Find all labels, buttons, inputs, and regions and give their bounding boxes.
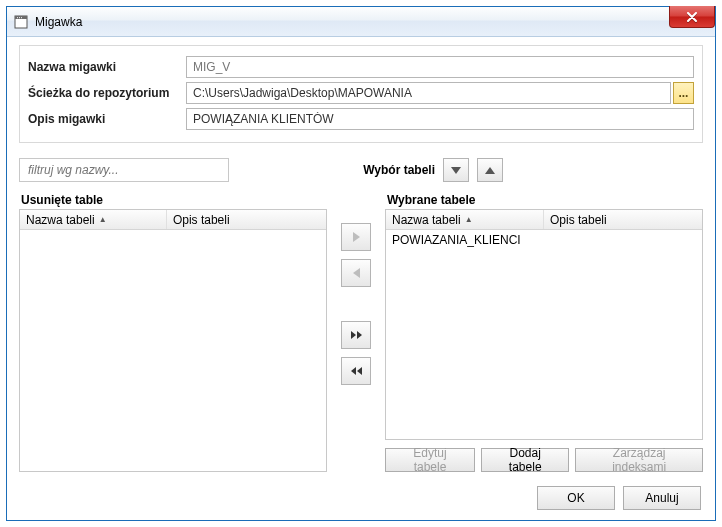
title-bar: Migawka	[7, 7, 715, 37]
selected-tables-grid[interactable]: Nazwa tabeli ▲ Opis tabeli POWIAZANIA_KL…	[385, 209, 703, 440]
add-all-button[interactable]	[341, 321, 371, 349]
remove-one-button[interactable]	[341, 259, 371, 287]
selected-tables-body: POWIAZANIA_KLIENCI	[386, 230, 702, 439]
cancel-button[interactable]: Anuluj	[623, 486, 701, 510]
close-icon	[686, 12, 698, 22]
sort-asc-icon: ▲	[99, 215, 107, 224]
dialog-window: Migawka Nazwa migawki Ścieżka do repozyt…	[6, 6, 716, 521]
table-row[interactable]: POWIAZANIA_KLIENCI	[386, 230, 702, 250]
app-icon	[13, 14, 29, 30]
chevron-up-icon	[485, 167, 495, 174]
snapshot-name-input[interactable]	[186, 56, 694, 78]
selected-col-desc[interactable]: Opis tabeli	[544, 210, 702, 229]
tables-area: Usunięte table Nazwa tabeli ▲ Opis tabel…	[19, 189, 703, 472]
removed-tables-grid[interactable]: Nazwa tabeli ▲ Opis tabeli	[19, 209, 327, 472]
grid-actions: Edytuj tabele Dodaj tabele Zarządzaj ind…	[385, 448, 703, 472]
cell-name: POWIAZANIA_KLIENCI	[386, 231, 544, 249]
window-title: Migawka	[35, 15, 82, 29]
filter-input[interactable]	[19, 158, 229, 182]
chevron-down-icon	[451, 167, 461, 174]
removed-tables-header: Nazwa tabeli ▲ Opis tabeli	[20, 210, 326, 230]
manage-indexes-button[interactable]: Zarządzaj indeksami	[575, 448, 703, 472]
add-tables-button[interactable]: Dodaj tabele	[481, 448, 569, 472]
selected-tables-header: Nazwa tabeli ▲ Opis tabeli	[386, 210, 702, 230]
removed-tables-body	[20, 230, 326, 471]
snapshot-desc-label: Opis migawki	[28, 112, 186, 126]
move-up-button[interactable]	[477, 158, 503, 182]
cell-desc	[544, 238, 702, 242]
selected-col-name[interactable]: Nazwa tabeli ▲	[386, 210, 544, 229]
shuttle-controls	[327, 189, 385, 472]
snapshot-desc-input[interactable]	[186, 108, 694, 130]
remove-all-button[interactable]	[341, 357, 371, 385]
removed-tables-caption: Usunięte table	[21, 193, 327, 207]
removed-col-name[interactable]: Nazwa tabeli ▲	[20, 210, 167, 229]
repo-path-input[interactable]	[186, 82, 671, 104]
filter-row: Wybór tabeli	[19, 157, 703, 183]
dialog-buttons: OK Anuluj	[19, 486, 703, 510]
double-chevron-left-icon	[351, 367, 362, 375]
chevron-left-icon	[353, 268, 360, 278]
svg-rect-4	[21, 17, 22, 18]
move-down-button[interactable]	[443, 158, 469, 182]
double-chevron-right-icon	[351, 331, 362, 339]
chevron-right-icon	[353, 232, 360, 242]
svg-rect-3	[19, 17, 20, 18]
removed-col-desc[interactable]: Opis tabeli	[167, 210, 326, 229]
selected-tables-caption: Wybrane tabele	[387, 193, 703, 207]
svg-rect-2	[17, 17, 18, 18]
snapshot-name-label: Nazwa migawki	[28, 60, 186, 74]
browse-button[interactable]: ...	[673, 82, 694, 104]
edit-tables-button[interactable]: Edytuj tabele	[385, 448, 475, 472]
sort-asc-icon: ▲	[465, 215, 473, 224]
add-one-button[interactable]	[341, 223, 371, 251]
form-panel: Nazwa migawki Ścieżka do repozytorium ..…	[19, 45, 703, 143]
client-area: Nazwa migawki Ścieżka do repozytorium ..…	[7, 37, 715, 520]
ok-button[interactable]: OK	[537, 486, 615, 510]
table-selection-label: Wybór tabeli	[363, 163, 435, 177]
close-button[interactable]	[669, 6, 715, 28]
repo-path-label: Ścieżka do repozytorium	[28, 86, 186, 100]
